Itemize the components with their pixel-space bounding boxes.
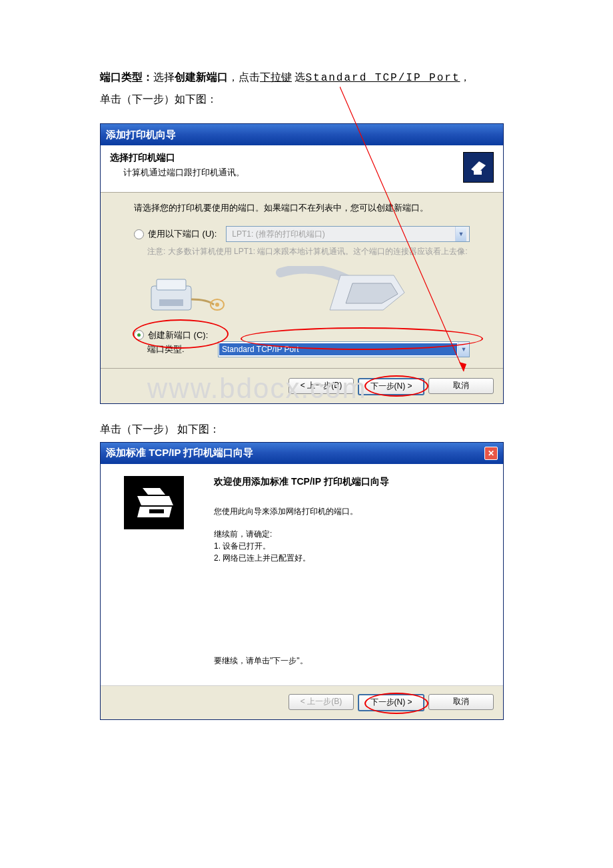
close-icon[interactable]: ✕ [484, 447, 498, 460]
printer-network-icon [124, 476, 184, 529]
printer-icon [463, 152, 494, 183]
port-type-label: 端口类型: [147, 343, 209, 355]
use-port-label: 使用以下端口 (U): [148, 228, 217, 240]
svg-rect-6 [157, 279, 186, 290]
dialog1-titlebar[interactable]: 添加打印机向导 [101, 124, 503, 145]
dialog1-body: 请选择您的打印机要使用的端口。如果端口不在列表中，您可以创建新端口。 使用以下端… [101, 193, 503, 368]
svg-rect-7 [159, 299, 183, 306]
svg-point-9 [215, 303, 219, 307]
dialog1-header: 选择打印机端口 计算机通过端口跟打印机通讯。 [101, 145, 503, 193]
next-button[interactable]: 下一步(N) > [358, 378, 424, 395]
svg-marker-14 [137, 496, 173, 505]
welcome-para2: 继续前，请确定: 1. 设备已打开。 2. 网络已连上并已配置好。 [214, 528, 488, 564]
add-printer-wizard-dialog: 添加打印机向导 选择打印机端口 计算机通过端口跟打印机通讯。 请选择您的打印机要… [100, 123, 504, 404]
caption-2: 单击（下一步） 如下图： [100, 423, 513, 437]
welcome-title: 欢迎使用添加标准 TCP/IP 打印机端口向导 [214, 476, 488, 488]
use-port-dropdown[interactable]: LPT1: (推荐的打印机端口) ▼ [226, 226, 470, 242]
port-type-dropdown[interactable]: Standard TCP/IP Port ▼ [218, 341, 470, 357]
svg-rect-16 [149, 509, 164, 513]
intro-paragraph: 端口类型：选择创建新端口，点击下拉键 选Standard TCP/IP Port… [100, 67, 513, 110]
dialog2-button-row: < 上一步(B) 下一步(N) > 取消 [101, 685, 503, 719]
create-port-radio[interactable] [134, 330, 144, 340]
port-note: 注意: 大多数计算机使用 LPT1: 端口来跟本地计算机通讯。这个端口的连接器应… [134, 246, 470, 257]
dialog1-header-title: 选择打印机端口 [110, 152, 463, 164]
back-button: < 上一步(B) [289, 694, 354, 710]
printer-connector-graphic [147, 263, 463, 323]
dialog1-title: 添加打印机向导 [106, 129, 176, 141]
watermark-text: www.bdocx.com [147, 373, 366, 405]
chevron-down-icon[interactable]: ▼ [458, 342, 469, 357]
dialog1-button-row: www.bdocx.com < 上一步(B) 下一步(N) > 取消 [101, 368, 503, 403]
welcome-para3: 要继续，请单击"下一步"。 [214, 655, 488, 667]
welcome-para1: 您使用此向导来添加网络打印机的端口。 [214, 505, 488, 517]
use-port-row: 使用以下端口 (U): LPT1: (推荐的打印机端口) ▼ [134, 226, 470, 242]
create-port-row: 创建新端口 (C): [134, 329, 470, 341]
add-tcpip-port-wizard-dialog: 添加标准 TCP/IP 打印机端口向导 ✕ 欢迎使用添加标准 TCP/IP 打印… [100, 442, 504, 720]
use-port-radio[interactable] [134, 229, 144, 239]
create-port-label: 创建新端口 (C): [148, 329, 208, 341]
dialog2-title: 添加标准 TCP/IP 打印机端口向导 [106, 447, 253, 459]
dialog2-titlebar[interactable]: 添加标准 TCP/IP 打印机端口向导 ✕ [101, 443, 503, 464]
port-instruction: 请选择您的打印机要使用的端口。如果端口不在列表中，您可以创建新端口。 [134, 202, 470, 214]
dialog2-side-graphic [101, 464, 207, 685]
cancel-button[interactable]: 取消 [428, 378, 494, 394]
port-type-row: 端口类型: Standard TCP/IP Port ▼ [134, 341, 470, 357]
svg-rect-4 [474, 171, 482, 175]
dialog1-header-sub: 计算机通过端口跟打印机通讯。 [110, 167, 463, 179]
cancel-button[interactable]: 取消 [428, 694, 494, 710]
intro-label: 端口类型： [100, 71, 153, 83]
next-button[interactable]: 下一步(N) > [358, 694, 424, 711]
chevron-down-icon[interactable]: ▼ [455, 227, 466, 241]
